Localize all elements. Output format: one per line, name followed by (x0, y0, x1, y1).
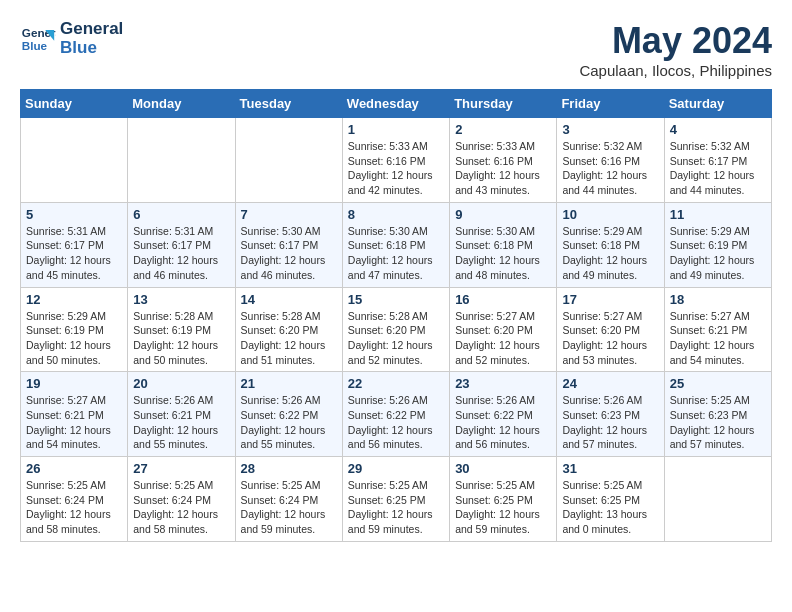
weekday-header-thursday: Thursday (450, 90, 557, 118)
day-cell: 20Sunrise: 5:26 AM Sunset: 6:21 PM Dayli… (128, 372, 235, 457)
day-cell: 25Sunrise: 5:25 AM Sunset: 6:23 PM Dayli… (664, 372, 771, 457)
day-number: 11 (670, 207, 766, 222)
logo-icon: General Blue (20, 21, 56, 57)
calendar-table: SundayMondayTuesdayWednesdayThursdayFrid… (20, 89, 772, 542)
day-cell: 11Sunrise: 5:29 AM Sunset: 6:19 PM Dayli… (664, 202, 771, 287)
day-cell: 2Sunrise: 5:33 AM Sunset: 6:16 PM Daylig… (450, 118, 557, 203)
day-info: Sunrise: 5:29 AM Sunset: 6:19 PM Dayligh… (670, 224, 766, 283)
title-section: May 2024 Capulaan, Ilocos, Philippines (579, 20, 772, 79)
day-cell: 3Sunrise: 5:32 AM Sunset: 6:16 PM Daylig… (557, 118, 664, 203)
week-row-1: 5Sunrise: 5:31 AM Sunset: 6:17 PM Daylig… (21, 202, 772, 287)
day-info: Sunrise: 5:29 AM Sunset: 6:18 PM Dayligh… (562, 224, 658, 283)
day-cell: 31Sunrise: 5:25 AM Sunset: 6:25 PM Dayli… (557, 457, 664, 542)
day-number: 19 (26, 376, 122, 391)
weekday-header-saturday: Saturday (664, 90, 771, 118)
month-title: May 2024 (579, 20, 772, 62)
day-info: Sunrise: 5:25 AM Sunset: 6:25 PM Dayligh… (348, 478, 444, 537)
day-cell: 14Sunrise: 5:28 AM Sunset: 6:20 PM Dayli… (235, 287, 342, 372)
svg-text:Blue: Blue (22, 38, 48, 51)
day-number: 30 (455, 461, 551, 476)
week-row-0: 1Sunrise: 5:33 AM Sunset: 6:16 PM Daylig… (21, 118, 772, 203)
day-info: Sunrise: 5:27 AM Sunset: 6:21 PM Dayligh… (26, 393, 122, 452)
day-number: 20 (133, 376, 229, 391)
day-cell: 4Sunrise: 5:32 AM Sunset: 6:17 PM Daylig… (664, 118, 771, 203)
weekday-header-monday: Monday (128, 90, 235, 118)
day-number: 23 (455, 376, 551, 391)
weekday-header-tuesday: Tuesday (235, 90, 342, 118)
day-number: 28 (241, 461, 337, 476)
day-number: 31 (562, 461, 658, 476)
day-info: Sunrise: 5:25 AM Sunset: 6:25 PM Dayligh… (455, 478, 551, 537)
day-number: 4 (670, 122, 766, 137)
logo-blue: Blue (60, 39, 123, 58)
day-number: 1 (348, 122, 444, 137)
day-info: Sunrise: 5:33 AM Sunset: 6:16 PM Dayligh… (348, 139, 444, 198)
day-cell: 27Sunrise: 5:25 AM Sunset: 6:24 PM Dayli… (128, 457, 235, 542)
day-cell: 22Sunrise: 5:26 AM Sunset: 6:22 PM Dayli… (342, 372, 449, 457)
day-cell: 1Sunrise: 5:33 AM Sunset: 6:16 PM Daylig… (342, 118, 449, 203)
day-info: Sunrise: 5:26 AM Sunset: 6:22 PM Dayligh… (455, 393, 551, 452)
day-cell: 7Sunrise: 5:30 AM Sunset: 6:17 PM Daylig… (235, 202, 342, 287)
day-cell: 17Sunrise: 5:27 AM Sunset: 6:20 PM Dayli… (557, 287, 664, 372)
day-info: Sunrise: 5:25 AM Sunset: 6:24 PM Dayligh… (133, 478, 229, 537)
day-info: Sunrise: 5:26 AM Sunset: 6:22 PM Dayligh… (348, 393, 444, 452)
day-info: Sunrise: 5:32 AM Sunset: 6:17 PM Dayligh… (670, 139, 766, 198)
day-info: Sunrise: 5:30 AM Sunset: 6:17 PM Dayligh… (241, 224, 337, 283)
day-cell: 23Sunrise: 5:26 AM Sunset: 6:22 PM Dayli… (450, 372, 557, 457)
weekday-header-row: SundayMondayTuesdayWednesdayThursdayFrid… (21, 90, 772, 118)
day-cell: 30Sunrise: 5:25 AM Sunset: 6:25 PM Dayli… (450, 457, 557, 542)
week-row-4: 26Sunrise: 5:25 AM Sunset: 6:24 PM Dayli… (21, 457, 772, 542)
day-number: 29 (348, 461, 444, 476)
day-info: Sunrise: 5:32 AM Sunset: 6:16 PM Dayligh… (562, 139, 658, 198)
day-number: 7 (241, 207, 337, 222)
day-info: Sunrise: 5:25 AM Sunset: 6:24 PM Dayligh… (241, 478, 337, 537)
day-info: Sunrise: 5:26 AM Sunset: 6:23 PM Dayligh… (562, 393, 658, 452)
day-number: 17 (562, 292, 658, 307)
day-cell: 15Sunrise: 5:28 AM Sunset: 6:20 PM Dayli… (342, 287, 449, 372)
day-info: Sunrise: 5:26 AM Sunset: 6:22 PM Dayligh… (241, 393, 337, 452)
day-number: 21 (241, 376, 337, 391)
day-number: 18 (670, 292, 766, 307)
day-cell (128, 118, 235, 203)
day-number: 8 (348, 207, 444, 222)
day-info: Sunrise: 5:33 AM Sunset: 6:16 PM Dayligh… (455, 139, 551, 198)
day-info: Sunrise: 5:29 AM Sunset: 6:19 PM Dayligh… (26, 309, 122, 368)
day-number: 27 (133, 461, 229, 476)
day-info: Sunrise: 5:27 AM Sunset: 6:20 PM Dayligh… (455, 309, 551, 368)
day-info: Sunrise: 5:30 AM Sunset: 6:18 PM Dayligh… (455, 224, 551, 283)
logo: General Blue General Blue (20, 20, 123, 57)
day-info: Sunrise: 5:25 AM Sunset: 6:25 PM Dayligh… (562, 478, 658, 537)
day-info: Sunrise: 5:25 AM Sunset: 6:24 PM Dayligh… (26, 478, 122, 537)
day-cell: 9Sunrise: 5:30 AM Sunset: 6:18 PM Daylig… (450, 202, 557, 287)
day-cell: 28Sunrise: 5:25 AM Sunset: 6:24 PM Dayli… (235, 457, 342, 542)
day-info: Sunrise: 5:28 AM Sunset: 6:20 PM Dayligh… (348, 309, 444, 368)
day-number: 15 (348, 292, 444, 307)
day-cell: 16Sunrise: 5:27 AM Sunset: 6:20 PM Dayli… (450, 287, 557, 372)
day-cell: 5Sunrise: 5:31 AM Sunset: 6:17 PM Daylig… (21, 202, 128, 287)
day-number: 6 (133, 207, 229, 222)
day-cell: 29Sunrise: 5:25 AM Sunset: 6:25 PM Dayli… (342, 457, 449, 542)
weekday-header-wednesday: Wednesday (342, 90, 449, 118)
week-row-2: 12Sunrise: 5:29 AM Sunset: 6:19 PM Dayli… (21, 287, 772, 372)
day-cell (235, 118, 342, 203)
logo-general: General (60, 20, 123, 39)
weekday-header-friday: Friday (557, 90, 664, 118)
day-cell: 8Sunrise: 5:30 AM Sunset: 6:18 PM Daylig… (342, 202, 449, 287)
day-number: 24 (562, 376, 658, 391)
day-number: 10 (562, 207, 658, 222)
day-number: 5 (26, 207, 122, 222)
day-cell: 12Sunrise: 5:29 AM Sunset: 6:19 PM Dayli… (21, 287, 128, 372)
day-number: 14 (241, 292, 337, 307)
day-number: 9 (455, 207, 551, 222)
day-info: Sunrise: 5:28 AM Sunset: 6:19 PM Dayligh… (133, 309, 229, 368)
day-cell (664, 457, 771, 542)
day-info: Sunrise: 5:31 AM Sunset: 6:17 PM Dayligh… (26, 224, 122, 283)
day-cell: 21Sunrise: 5:26 AM Sunset: 6:22 PM Dayli… (235, 372, 342, 457)
week-row-3: 19Sunrise: 5:27 AM Sunset: 6:21 PM Dayli… (21, 372, 772, 457)
day-info: Sunrise: 5:27 AM Sunset: 6:21 PM Dayligh… (670, 309, 766, 368)
day-number: 26 (26, 461, 122, 476)
day-cell: 19Sunrise: 5:27 AM Sunset: 6:21 PM Dayli… (21, 372, 128, 457)
location: Capulaan, Ilocos, Philippines (579, 62, 772, 79)
day-number: 22 (348, 376, 444, 391)
day-cell: 24Sunrise: 5:26 AM Sunset: 6:23 PM Dayli… (557, 372, 664, 457)
